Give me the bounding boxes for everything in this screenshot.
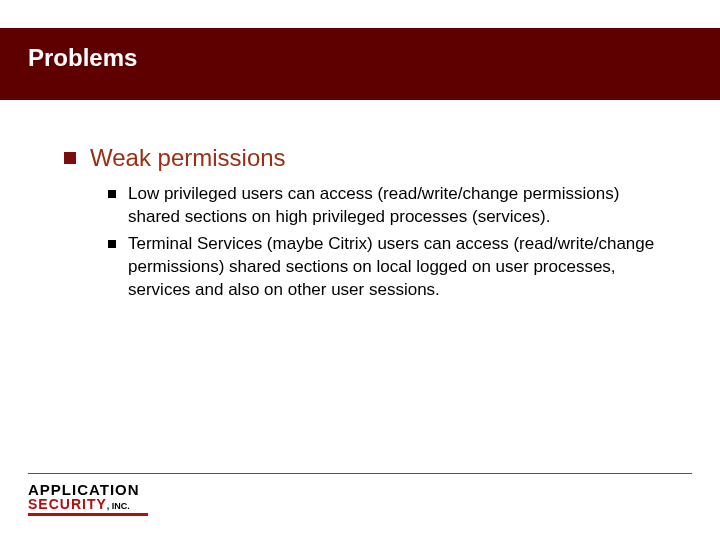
bullet-level1: Weak permissions	[64, 144, 672, 173]
sub-bullet-list: Low privileged users can access (read/wr…	[108, 183, 672, 302]
logo-inc-text: , INC.	[107, 501, 130, 511]
logo-line2: SECURITY, INC.	[28, 497, 148, 511]
bullet-level2-text: Terminal Services (maybe Citrix) users c…	[128, 233, 672, 302]
slide-content: Weak permissions Low privileged users ca…	[64, 144, 672, 305]
bullet-level2-text: Low privileged users can access (read/wr…	[128, 183, 672, 229]
slide-title: Problems	[28, 44, 137, 72]
bullet-level2: Low privileged users can access (read/wr…	[108, 183, 672, 229]
square-bullet-icon	[108, 190, 116, 198]
bullet-level2: Terminal Services (maybe Citrix) users c…	[108, 233, 672, 302]
logo-security-text: SECURITY	[28, 496, 107, 512]
square-bullet-icon	[108, 240, 116, 248]
bullet-level1-text: Weak permissions	[90, 144, 286, 173]
logo-underline	[28, 513, 148, 516]
logo-line1: APPLICATION	[28, 482, 148, 497]
footer-divider	[28, 473, 692, 474]
company-logo: APPLICATION SECURITY, INC.	[28, 482, 148, 516]
square-bullet-icon	[64, 152, 76, 164]
